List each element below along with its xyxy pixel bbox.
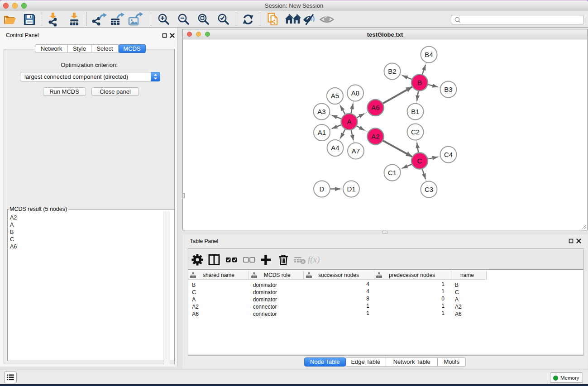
svg-text:D1: D1 bbox=[347, 185, 355, 193]
svg-text:A6: A6 bbox=[371, 104, 379, 111]
svg-text:D: D bbox=[320, 185, 325, 193]
svg-text:B3: B3 bbox=[444, 86, 452, 93]
svg-text:B1: B1 bbox=[411, 108, 419, 115]
svg-text:C: C bbox=[417, 157, 422, 165]
svg-text:C3: C3 bbox=[425, 186, 433, 193]
svg-text:A2: A2 bbox=[371, 133, 379, 140]
svg-text:A1: A1 bbox=[318, 129, 326, 136]
svg-text:A: A bbox=[347, 118, 351, 125]
svg-text:C1: C1 bbox=[388, 169, 397, 176]
svg-text:B: B bbox=[417, 79, 422, 86]
svg-text:A8: A8 bbox=[351, 89, 359, 97]
svg-text:C4: C4 bbox=[444, 151, 453, 158]
svg-text:A4: A4 bbox=[331, 144, 339, 152]
svg-text:B2: B2 bbox=[388, 67, 396, 75]
svg-text:A7: A7 bbox=[352, 147, 360, 155]
svg-text:B4: B4 bbox=[425, 51, 433, 58]
svg-text:C2: C2 bbox=[411, 128, 420, 136]
svg-text:A5: A5 bbox=[331, 92, 339, 100]
svg-text:A3: A3 bbox=[317, 108, 325, 115]
